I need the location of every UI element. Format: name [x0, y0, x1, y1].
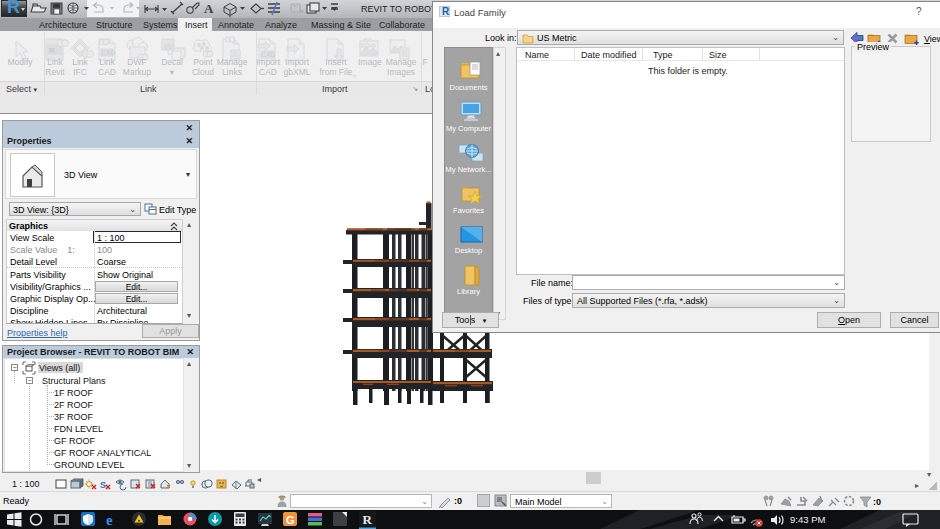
- svg-text:9:43 PM: 9:43 PM: [790, 514, 825, 525]
- svg-text:R: R: [49, 46, 55, 55]
- svg-text:R: R: [363, 512, 373, 527]
- svg-text:e: e: [106, 512, 113, 528]
- svg-text:A: A: [204, 1, 214, 16]
- svg-text:S: S: [100, 480, 106, 490]
- svg-text:G: G: [286, 514, 295, 526]
- svg-text:CAD: CAD: [102, 49, 116, 56]
- svg-text::0: :0: [873, 497, 881, 507]
